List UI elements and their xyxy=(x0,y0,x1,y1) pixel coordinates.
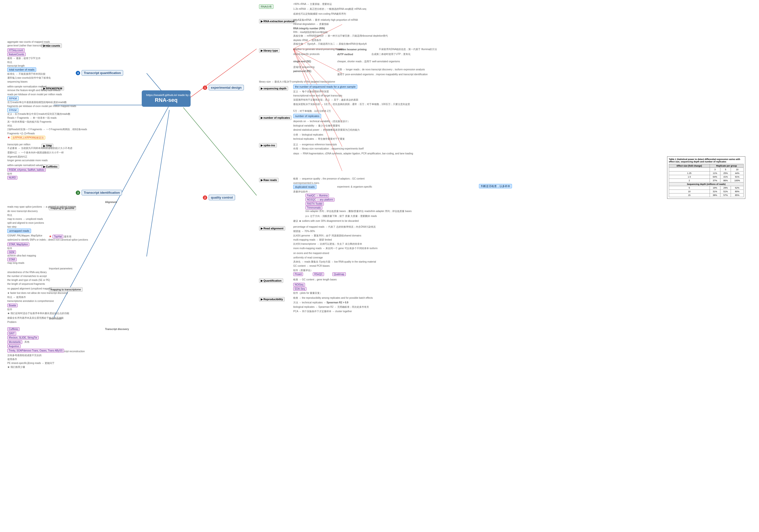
lower-org-label: 原核生物 → 无polyA，只能选用方法二 → 原核生物mRNA含有polyA xyxy=(293,42,367,45)
grit-node: GRIT xyxy=(7,332,16,335)
ireckon-label: iReckon, SLIDE, StringTie xyxy=(7,336,39,340)
bowtie-soft: 软件 xyxy=(7,308,12,311)
strand-preserving-label: whether to generate strand-preserving li… xyxy=(293,48,344,51)
dup-reads-context: 判断是否检查，以多样本 xyxy=(479,184,512,188)
num-rep-highlight: number of replicates xyxy=(293,114,321,118)
pe-strand-label: PE strand-specific及long reads → 更能问于 xyxy=(7,361,55,365)
map-to-exons: map to exons → unspliced reads xyxy=(7,217,43,221)
rsem-node: RSEM, eXpress, Sailfish, kallisto xyxy=(7,168,46,171)
bowtie-node: Bowtie xyxy=(7,304,18,307)
augustus-label: Augustus xyxy=(7,344,20,348)
topic-transcript-quant: 4 Transcript quantification xyxy=(76,71,123,75)
gsnap-label: GSNAP, PALMapper, MapSplice xyxy=(7,234,42,237)
num-seq-reads-label: the number of sequenced reads for a give… xyxy=(293,85,357,89)
transcript-len-label: transcript length xyxy=(7,64,25,67)
no-gapped-label: no gapped alignment (unspliced mapper) xyxy=(7,287,52,290)
library-type-node: ▶ library type xyxy=(259,49,280,52)
rc-fastest: 最简 → 最新；使用了GTF文件 xyxy=(7,57,41,60)
rpkm-badge: RPKM xyxy=(7,97,19,100)
qc-soft-title: 软件（质量评估） xyxy=(293,269,313,272)
fpkm-badge: FPKM xyxy=(7,108,18,112)
dutp-note: 合成第二条链时使用了UTP；更有化 xyxy=(372,53,411,56)
denovo-disc: de novo transcript discovery xyxy=(7,209,38,213)
short-reads-note: Problem xyxy=(7,321,17,323)
tpm-def-label: transcripts per million xyxy=(7,143,30,146)
alignment-title: Alignment xyxy=(105,200,117,204)
center-node: https://woaielf.github.io/ made by ZY RN… xyxy=(142,91,191,107)
raw-reads-node: ▶ Raw reads xyxy=(259,178,279,182)
multi-reads: multi-mapping reads → 期望 limited xyxy=(293,238,332,241)
deplete-rrna-label: deplete rRNA → 使用条件 xyxy=(293,39,321,42)
strand-lib-label: strandedness of the RNA-seq library xyxy=(7,271,47,274)
svg-line-3 xyxy=(54,105,169,318)
quant-check: 检查 → GC content；gene length bases xyxy=(293,278,337,281)
table-seq-depth-header: Sequencing depth (millions of reads) xyxy=(669,182,743,186)
pass-raw-label: 通常输入raw counts在软件中做了标准化 xyxy=(7,76,51,79)
rseqc-label: RSeQC xyxy=(313,272,324,276)
rna-gt90-label: >90% rRNA → 主要原核，需要转运 xyxy=(293,2,332,6)
tophat-common: 最常用 xyxy=(64,235,71,238)
transcript-discovery-title: Transcript discovery xyxy=(105,327,129,331)
se-sequencing: 是端/混 sequencing xyxy=(293,65,314,69)
fpkm-def: fragments per kilobase of exon model per… xyxy=(7,104,76,108)
strand-specific-label: strand-specific protocols xyxy=(293,53,320,56)
table-title: Table 1 Statistical power to detect diff… xyxy=(669,158,743,163)
trinity-label: Trinity, SOAPdenovo Trans, Oases, Trans-… xyxy=(7,349,64,353)
minimal-deg-label: minimal degradation → 质量指标 xyxy=(293,22,329,26)
alignment-label: Alignment xyxy=(105,201,117,204)
pct-mapped: percentage of mapped reads → 代表了 总的转换率情况… xyxy=(293,225,376,228)
num-replicates-node: ▶ number of replicates xyxy=(259,116,292,119)
extraction-label: ▶ RNA-extraction protocol xyxy=(259,19,296,23)
dup-reads-node: duplicated reads xyxy=(293,185,316,189)
bowtie-label: Bowtie xyxy=(7,304,18,307)
we-recommend: ★ 我们推荐少量 xyxy=(7,365,25,368)
svg-line-4 xyxy=(183,49,257,102)
svg-line-1 xyxy=(147,110,169,256)
unmapped-reads-label: unmapped reads xyxy=(7,229,31,233)
topic-transcript-id: 3 Transcript identification xyxy=(76,191,122,195)
plots-note: 软件（plots for 量量目复） xyxy=(293,291,322,294)
seq-depth-def: 定义 → 每个试验使用的序列深度 xyxy=(293,90,329,93)
ratio-genome: 比对到 genome → 重复序列；由于 同源基因组shared domains xyxy=(293,234,361,237)
reads-frag-label: Reads + Fragments → 单一转录本一段 reads xyxy=(7,116,57,119)
htseq-label: HTSeq-count xyxy=(7,48,25,52)
total-reads-label: total number of reads xyxy=(7,67,36,72)
num-rep-text: number of replicates xyxy=(293,114,321,118)
quality-control-label: quality control xyxy=(209,195,235,200)
transcript-quant-label: Transcript quantification xyxy=(82,70,123,76)
rpkm-warn: 在RPKM上对RPKM粒标定法 xyxy=(11,136,45,139)
spearman-tech: 方法 → technical replicates → Spearman R2 … xyxy=(293,301,348,304)
htseq-node: HTSeq-count xyxy=(7,48,25,52)
cuff-soft: 软件 xyxy=(7,172,12,175)
table-row-125: 1.25 xyxy=(669,171,710,175)
noisqe-label: NOISeq xyxy=(293,283,305,286)
pct-range: 期望值 → 70%-90% xyxy=(293,230,315,233)
qualimapnode: Qualimap xyxy=(332,272,346,276)
rna-distribution-label: RNA分布 xyxy=(259,4,273,9)
stat-power: desired statistical power → 把地物整或差异要因为已经… xyxy=(293,128,360,132)
grit-label: GRIT xyxy=(7,332,16,335)
others-label: 其他 xyxy=(24,340,29,343)
pe-pros: 优势 → longer reads；de novo transcript dis… xyxy=(337,68,425,71)
connector-lines xyxy=(0,0,759,532)
center-subtitle: https://woaielf.github.io/ made by ZY xyxy=(146,93,186,97)
sequencing-bias: sequencing biases xyxy=(7,80,28,83)
agg-raw-label: aggregate raw counts of mapped reads xyxy=(7,40,50,44)
fastqc-node: FastQC → Illumina xyxy=(305,194,329,197)
gem-node: GEM xyxy=(7,250,16,254)
two-reads-label: 2条Reads对应第一个Fragments → 一个Fragments两两段，得… xyxy=(7,128,87,131)
gsnap-note: optimized to identify SNPs or indels；det… xyxy=(7,238,88,241)
read-alignment-node: ▶ Read alignment xyxy=(259,227,285,230)
reprod-node: ▶ Reproducibility xyxy=(259,297,285,301)
star2-icon: ★ xyxy=(49,235,52,238)
rpkm-note-node: ★ 在RPKM上对RPKM粒标定法 xyxy=(7,135,45,140)
frag-formula: Fragments =(1-2)×Reads xyxy=(7,132,35,135)
min-depth-label: 最低深度取决于实际目的 → 1百万；优先选择的原因；通常：百万；对于单细胞，10… xyxy=(293,102,410,106)
reprod-label: ▶ Reproducibility xyxy=(259,297,285,301)
transcript-discovery-label: Transcript discovery xyxy=(105,328,129,330)
two-step: two step xyxy=(7,225,17,228)
noisqe-node: NOISeq xyxy=(293,283,305,286)
rin-label: RNA integrity number (RIN) xyxy=(293,27,325,30)
ratio-transcriptome: 比对到 transcriptome → 比例可以更低；失去了 未注释的转录本 xyxy=(293,242,362,246)
svg-line-5 xyxy=(183,107,257,195)
